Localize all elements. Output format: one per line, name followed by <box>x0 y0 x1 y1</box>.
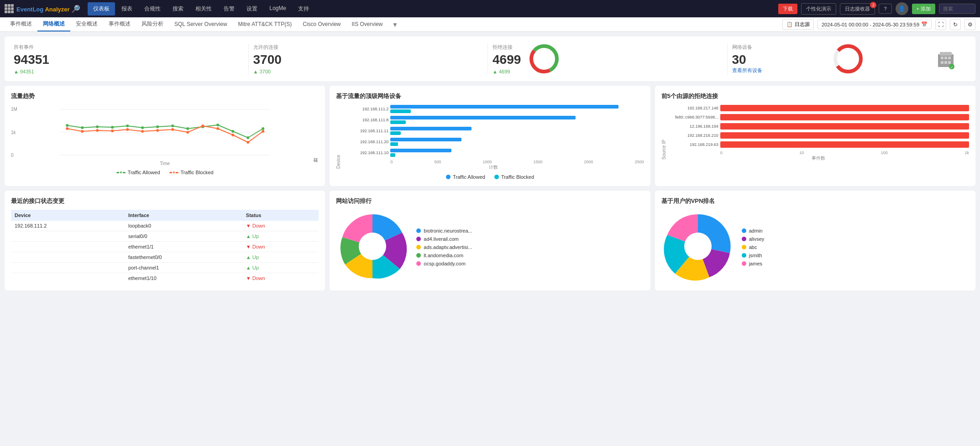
vpn-ranking-panel: 基于用户的VPN排名 <box>655 191 975 290</box>
vpn-ranking-title: 基于用户的VPN排名 <box>661 197 969 205</box>
svg-point-31 <box>262 127 264 130</box>
date-range-picker[interactable]: 2024-05-01 00:00:00 - 2024-05-30 23:59:5… <box>818 20 932 29</box>
denied-bar-fill-4 <box>720 132 969 139</box>
traffic-trend-panel: 流量趋势 1M 1k 0 <box>5 86 325 186</box>
svg-text:May 05: May 05 <box>121 159 134 160</box>
stats-row: 所有事件 94351 ▲ 94351 允许的连接 3700 ▲ 3700 拒绝连… <box>5 36 975 81</box>
svg-text:May 09: May 09 <box>182 159 194 160</box>
customize-button[interactable]: 个性化演示 <box>801 3 836 15</box>
svg-point-42 <box>216 127 219 130</box>
legend-allowed: Traffic Allowed <box>116 170 160 175</box>
nav-alerts[interactable]: 告警 <box>218 2 240 16</box>
device-cell <box>11 273 125 284</box>
status-cell-down: ▼ Down <box>242 242 319 252</box>
bar-fill-1-allowed <box>390 105 618 109</box>
nav-search[interactable]: 搜索 <box>167 2 189 16</box>
svg-text:May 14: May 14 <box>257 159 269 160</box>
subnav-events[interactable]: 事件概述 <box>5 17 37 31</box>
log-receiver-badge: 2 <box>870 2 876 8</box>
svg-rect-6 <box>940 52 952 56</box>
legend-andomedia: lt.andomedia.com <box>416 253 472 258</box>
traffic-trend-chart-wrapper: 1M 1k 0 <box>11 105 319 166</box>
log-receiver-button[interactable]: 日志接收器 2 <box>840 3 875 15</box>
log-source-button[interactable]: 📋日志源 <box>782 19 814 30</box>
bar-fill-2-allowed <box>390 116 575 119</box>
abc-label: abc <box>749 244 757 250</box>
subnav-sql[interactable]: SQL Server Overview <box>169 18 233 31</box>
table-row: fastethernet0/0 ▲ Up <box>11 252 319 263</box>
user-avatar[interactable]: 👤 <box>896 2 908 15</box>
svg-rect-12 <box>948 61 951 64</box>
svg-point-35 <box>111 130 114 132</box>
search-input[interactable] <box>939 4 975 14</box>
interface-cell: ethernet1/10 <box>125 273 242 284</box>
more-tabs-icon[interactable]: ▼ <box>392 21 398 28</box>
svg-text:May 08: May 08 <box>167 159 179 160</box>
subnav-risk[interactable]: 风险分析 <box>136 17 169 31</box>
svg-text:May 10: May 10 <box>197 159 209 160</box>
subnav-events2[interactable]: 事件概述 <box>103 17 136 31</box>
view-all-devices-link[interactable]: 查看所有设备 <box>732 67 762 73</box>
download-button[interactable]: 下载 <box>778 4 797 14</box>
subnav-mitre[interactable]: Mitre ATT&CK TTP(S) <box>233 18 298 31</box>
nav-support[interactable]: 支持 <box>293 2 314 16</box>
svg-point-39 <box>171 128 174 131</box>
help-button[interactable]: ? <box>879 4 891 14</box>
nav-settings[interactable]: 设置 <box>241 2 263 16</box>
website-ranking-title: 网站访问排行 <box>336 197 644 205</box>
total-events-sub: ▲ 94351 <box>14 69 239 74</box>
legend-james: james <box>742 261 765 266</box>
website-pie-svg <box>336 210 409 283</box>
adaptv-label: ads.adaptv.advertisi... <box>424 244 472 250</box>
denied-y-axis: Source IP <box>661 105 666 161</box>
nav-logme[interactable]: LogMe <box>264 2 292 16</box>
jsmith-label: jsmith <box>749 253 762 258</box>
subnav-cisco[interactable]: Cisco Overview <box>297 18 346 31</box>
subnav-network[interactable]: 网络概述 <box>37 17 70 31</box>
svg-point-34 <box>96 129 99 132</box>
grid-icon[interactable] <box>5 4 14 13</box>
nav-compliance[interactable]: 合规性 <box>139 2 166 16</box>
admin-dot <box>742 228 746 233</box>
nav-dashboard[interactable]: 仪表板 <box>88 2 115 16</box>
interface-cell: serial0/0 <box>125 231 242 242</box>
network-devices-donut <box>832 43 864 75</box>
james-dot <box>742 261 746 266</box>
x-axis-label: Time <box>19 161 310 166</box>
network-devices-value: 30 <box>732 52 762 67</box>
vpn-pie-svg <box>661 210 734 283</box>
add-button[interactable]: + 添加 <box>912 4 935 14</box>
alivsey-dot <box>742 237 746 241</box>
stat-network-devices: 网络设备 30 查看所有设备 <box>732 43 967 75</box>
svg-point-20 <box>96 125 99 128</box>
table-row: ethernet1/10 ▼ Down <box>11 273 319 284</box>
subnav-security[interactable]: 安全概述 <box>70 17 103 31</box>
settings-gear-button[interactable]: ⚙ <box>964 19 975 30</box>
vpn-pie-legend: admin alivsey abc jsmith <box>742 228 765 266</box>
legend-alivsey: alivsey <box>742 236 765 242</box>
denied-bar-fill-5 <box>720 141 969 148</box>
fullscreen-button[interactable]: ⛶ <box>935 19 946 30</box>
svg-point-37 <box>141 130 144 133</box>
y-axis-labels: 1M 1k 0 <box>11 105 17 166</box>
nav-correlation[interactable]: 相关性 <box>190 2 217 16</box>
status-cell-down: ▼ Down <box>242 221 319 231</box>
subnav-iis[interactable]: IIS Overview <box>346 18 388 31</box>
device-cell <box>11 263 125 273</box>
calendar-icon: 📅 <box>921 21 928 27</box>
denied-bar-fill-1 <box>720 105 969 111</box>
denied-sub: ▲ 4699 <box>493 69 521 74</box>
interface-status-panel: 最近的接口状态变更 Device Interface Status 192.16… <box>5 191 325 290</box>
vpn-pie-chart <box>661 210 734 284</box>
svg-text:May 03: May 03 <box>91 159 104 160</box>
stat-total-events: 所有事件 94351 ▲ 94351 <box>14 44 249 74</box>
device-bar-row-1: 192.168.111.2 <box>343 105 644 113</box>
adaptv-dot <box>416 245 421 249</box>
allowed-sub: ▲ 3700 <box>253 69 479 74</box>
device-cell: 192.168.111.2 <box>11 221 125 231</box>
refresh-button[interactable]: ↻ <box>950 19 961 30</box>
legend-allowed-label: Traffic Allowed <box>128 170 160 175</box>
nav-reports[interactable]: 报表 <box>116 2 138 16</box>
col-device: Device <box>11 210 125 221</box>
svg-rect-8 <box>944 57 947 59</box>
